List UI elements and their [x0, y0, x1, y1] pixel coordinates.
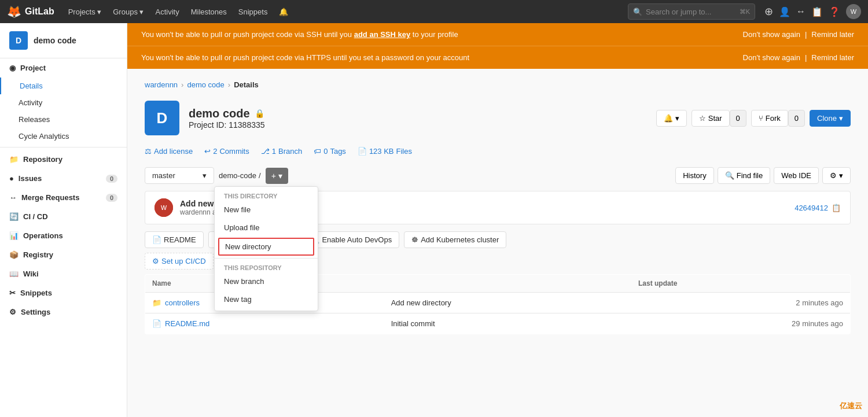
dropdown-new-file[interactable]: New file	[215, 201, 318, 219]
file-icon: 📄	[152, 319, 161, 328]
history-button[interactable]: History	[675, 167, 713, 184]
find-file-icon: 🔍	[725, 171, 734, 180]
more-chevron-icon: ▾	[839, 171, 843, 180]
search-bar[interactable]: 🔍 Search or jump to... ⌘K	[628, 3, 755, 20]
alert-ssh-actions: Don't show again | Remind later	[743, 30, 854, 39]
file-link-readme[interactable]: 📄 README.md	[152, 319, 377, 328]
branch-chevron-icon: ▾	[203, 171, 207, 180]
commits-icon: ↩	[204, 147, 211, 156]
main-layout: D demo code ◉ Project Details Activity R…	[0, 23, 868, 417]
project-content: wardennn › demo code › Details D demo co…	[127, 69, 868, 346]
web-ide-button[interactable]: Web IDE	[774, 167, 819, 184]
plus-dropdown-menu: This directory New file Upload file New …	[214, 186, 318, 311]
sidebar-item-cicd[interactable]: 🔄 CI / CD	[0, 207, 127, 226]
dropdown-new-directory[interactable]: New directory	[218, 238, 314, 256]
readme-button[interactable]: 📄 README	[145, 231, 204, 248]
branch-selector[interactable]: master ▾	[145, 167, 214, 184]
sidebar-sub-details[interactable]: Details	[0, 78, 127, 94]
nav-merge-icon[interactable]: ↔	[796, 6, 806, 17]
plus-dropdown-button[interactable]: + ▾	[266, 168, 288, 184]
top-navigation: 🦊 GitLab Projects ▾ Groups ▾ Activity Mi…	[0, 0, 868, 23]
sidebar-project-header[interactable]: D demo code	[0, 23, 127, 58]
sidebar-sub-cycle-analytics[interactable]: Cycle Analytics	[0, 128, 127, 145]
notification-button[interactable]: 🔔 ▾	[656, 110, 687, 127]
add-kubernetes-button[interactable]: ☸ Add Kubernetes cluster	[404, 231, 506, 248]
search-placeholder: Search or jump to...	[646, 8, 711, 16]
branch-icon: ⎇	[261, 147, 270, 156]
sidebar-item-registry[interactable]: 📦 Registry	[0, 245, 127, 264]
sidebar-sub-activity[interactable]: Activity	[0, 94, 127, 111]
breadcrumb-demo-code[interactable]: demo code	[187, 80, 224, 89]
file-message-readme: Initial commit	[384, 313, 631, 334]
fork-btn-group: ⑂ Fork 0	[751, 110, 805, 127]
sidebar-item-repository[interactable]: 📁 Repository	[0, 150, 127, 169]
alert-https-dont-show[interactable]: Don't show again	[743, 53, 800, 62]
alert-ssh-text: You won't be able to pull or push projec…	[141, 30, 458, 39]
sidebar-item-wiki[interactable]: 📖 Wiki	[0, 264, 127, 283]
commit-hash-value[interactable]: 42649412	[795, 204, 828, 212]
copy-hash-icon[interactable]: 📋	[832, 204, 841, 212]
watermark: 亿速云	[840, 401, 862, 411]
nav-snippets[interactable]: Snippets	[234, 5, 273, 19]
sidebar-item-settings[interactable]: ⚙ Settings	[0, 302, 127, 322]
gitlab-logo[interactable]: 🦊 GitLab	[7, 5, 54, 19]
alert-ssh-dont-show[interactable]: Don't show again	[743, 30, 800, 39]
nav-bell[interactable]: 🔔	[274, 5, 293, 19]
tags-link[interactable]: 🏷 0 Tags	[314, 147, 346, 156]
star-count[interactable]: 0	[730, 110, 746, 127]
dropdown-upload-file[interactable]: Upload file	[215, 219, 318, 237]
tags-icon: 🏷	[314, 147, 321, 156]
project-actions: 🔔 ▾ ☆ Star 0 ⑂ Fork 0	[656, 110, 851, 127]
dropdown-new-branch[interactable]: New branch	[215, 272, 318, 290]
file-message-controllers: Add new directory	[384, 293, 631, 313]
find-file-button[interactable]: 🔍 Find file	[718, 167, 771, 184]
sidebar-divider-1	[0, 147, 127, 147]
sidebar-item-merge-requests[interactable]: ↔ Merge Requests 0	[0, 188, 127, 207]
top-nav-icons: ⊕ 👤 ↔ 📋 ❓ W	[764, 4, 861, 19]
nav-todo-icon[interactable]: 📋	[811, 6, 823, 17]
user-avatar[interactable]: W	[846, 4, 861, 19]
fork-button[interactable]: ⑂ Fork	[751, 110, 788, 127]
more-options-button[interactable]: ⚙ ▾	[822, 167, 851, 184]
nav-activity[interactable]: Activity	[151, 5, 184, 19]
nav-milestones[interactable]: Milestones	[186, 5, 231, 19]
alert-https-remind[interactable]: Remind later	[811, 53, 854, 62]
sidebar-project-avatar: D	[9, 31, 28, 50]
set-up-cicd-button[interactable]: ⚙ Set up CI/CD	[145, 253, 214, 270]
cicd-icon: 🔄	[9, 212, 19, 221]
nav-groups[interactable]: Groups ▾	[108, 5, 148, 19]
nav-help-icon[interactable]: ❓	[829, 6, 840, 17]
issues-badge: 0	[106, 175, 117, 183]
commits-link[interactable]: ↩ 2 Commits	[204, 147, 249, 156]
sidebar-item-operations[interactable]: 📊 Operations	[0, 226, 127, 245]
nav-projects[interactable]: Projects ▾	[64, 5, 106, 19]
search-icon: 🔍	[633, 8, 642, 16]
star-button[interactable]: ☆ Star	[692, 110, 730, 127]
nav-plus-icon[interactable]: ⊕	[764, 5, 773, 18]
sidebar-item-issues[interactable]: ● Issues 0	[0, 169, 127, 188]
readme-icon: 📄	[152, 235, 161, 244]
alert-ssh-remind[interactable]: Remind later	[811, 30, 854, 39]
dropdown-new-tag[interactable]: New tag	[215, 290, 318, 308]
project-info: demo code 🔒 Project ID: 11388335	[189, 107, 265, 130]
wiki-icon: 📖	[9, 270, 19, 278]
star-icon: ☆	[699, 114, 706, 123]
project-icon: ◉	[9, 64, 16, 72]
project-id: Project ID: 11388335	[189, 120, 265, 130]
add-license-link[interactable]: ⚖ Add license	[145, 147, 193, 156]
fork-count[interactable]: 0	[788, 110, 805, 127]
repo-actions: History 🔍 Find file Web IDE ⚙ ▾	[675, 167, 851, 184]
dropdown-section-this-repository: This repository	[215, 261, 318, 272]
branch-link[interactable]: ⎇ 1 Branch	[261, 147, 302, 156]
breadcrumb-wardennn[interactable]: wardennn	[145, 80, 178, 89]
sidebar-item-snippets[interactable]: ✂ Snippets	[0, 283, 127, 302]
sidebar-sub-releases[interactable]: Releases	[0, 111, 127, 128]
alert-ssh-link[interactable]: add an SSH key	[354, 30, 411, 39]
search-shortcut: ⌘K	[740, 8, 750, 16]
issues-icon: ●	[9, 174, 14, 183]
sidebar-item-project[interactable]: ◉ Project	[0, 58, 127, 78]
nav-user-icon[interactable]: 👤	[779, 6, 790, 17]
folder-icon: 📁	[152, 298, 161, 307]
clone-button[interactable]: Clone ▾	[810, 110, 851, 127]
files-link[interactable]: 📄 123 KB Files	[358, 147, 412, 156]
